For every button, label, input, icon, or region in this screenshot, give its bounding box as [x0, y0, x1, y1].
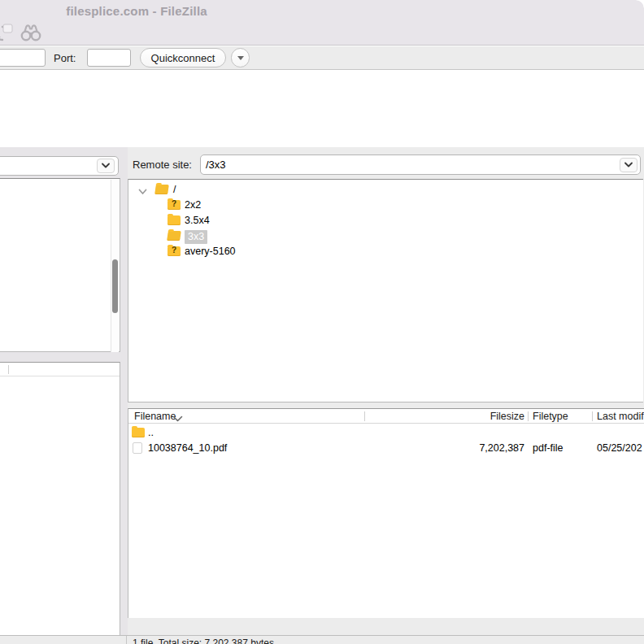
- chevron-down-icon[interactable]: [97, 159, 115, 173]
- status-bar: 1 file. Total size: 7,202,387 bytes: [0, 635, 644, 644]
- message-log: [0, 70, 644, 147]
- remote-site-label: Remote site:: [133, 159, 192, 171]
- folder-open-icon: [167, 231, 181, 241]
- local-file-list[interactable]: [0, 362, 120, 635]
- dropdown-arrow-icon: [237, 56, 244, 60]
- column-header-last-modified[interactable]: Last modif: [597, 411, 644, 422]
- remote-site-combobox[interactable]: /3x3: [200, 154, 641, 175]
- column-separator[interactable]: [592, 411, 593, 421]
- tree-item-label: /: [173, 184, 176, 195]
- port-input[interactable]: [87, 49, 131, 67]
- file-type: pdf-file: [533, 442, 564, 454]
- find-files-binoculars-icon[interactable]: [20, 23, 42, 42]
- folder-question-icon: ?: [168, 246, 181, 256]
- tree-item-label: avery-5160: [185, 246, 236, 257]
- tree-item[interactable]: ? 2x2: [128, 198, 643, 213]
- column-header-filetype[interactable]: Filetype: [533, 411, 568, 422]
- local-directory-tree[interactable]: [0, 178, 120, 352]
- quickconnect-dropdown-button[interactable]: [231, 48, 250, 67]
- title-bar[interactable]: filesplice.com - FileZilla: [0, 0, 644, 23]
- remote-directory-tree[interactable]: / ? 2x2 3.5x4 3x3 ? avery-5160: [128, 179, 643, 402]
- file-row[interactable]: 10038764_10.pdf 7,202,387 pdf-file 05/25…: [128, 441, 644, 455]
- main-area: Remote site: /3x3 / ?: [0, 147, 644, 636]
- column-separator[interactable]: [364, 411, 365, 421]
- remote-site-bar: Remote site: /3x3: [128, 154, 644, 176]
- tree-item[interactable]: ? avery-5160: [128, 244, 643, 259]
- tree-item-selected[interactable]: 3x3: [128, 228, 643, 244]
- tree-item-label: 3x3: [185, 230, 207, 244]
- column-header-filename[interactable]: Filename: [134, 411, 176, 422]
- tree-item[interactable]: 3.5x4: [128, 213, 643, 228]
- column-header-filesize[interactable]: Filesize: [437, 411, 524, 422]
- file-name: ..: [148, 427, 154, 438]
- remote-status-text: 1 file. Total size: 7,202,387 bytes: [133, 637, 274, 644]
- tree-item-label: 2x2: [185, 199, 201, 211]
- quickconnect-button[interactable]: Quickconnect: [140, 48, 226, 67]
- folder-open-icon: [154, 185, 169, 194]
- scrollbar-thumb[interactable]: [112, 259, 118, 313]
- host-input[interactable]: [0, 49, 46, 67]
- folder-question-icon: ?: [168, 200, 181, 210]
- remote-site-path: /3x3: [206, 159, 226, 171]
- window-chrome: filesplice.com - FileZilla: [0, 0, 644, 46]
- file-size: 7,202,387: [437, 442, 524, 454]
- folder-icon: [168, 215, 181, 225]
- status-divider: [126, 636, 127, 644]
- chevron-expanded-icon[interactable]: [138, 186, 147, 198]
- tree-item-root[interactable]: /: [128, 182, 643, 198]
- file-name: 10038764_10.pdf: [148, 442, 227, 454]
- tree-item-label: 3.5x4: [185, 215, 210, 226]
- toolbar: [0, 21, 644, 46]
- column-separator[interactable]: [528, 411, 529, 421]
- panel-splitter[interactable]: [122, 147, 128, 636]
- file-last-modified: 05/25/202: [597, 442, 642, 454]
- remote-panel: Remote site: /3x3 / ?: [128, 147, 644, 636]
- remote-file-list[interactable]: Filename Filesize Filetype Last modif ..: [128, 408, 644, 618]
- sort-descending-icon: [172, 413, 183, 424]
- port-label: Port:: [54, 52, 76, 64]
- folder-icon: [132, 428, 145, 437]
- chevron-down-icon[interactable]: [620, 158, 637, 172]
- local-tree-scrollbar[interactable]: [111, 180, 119, 352]
- local-file-list-header[interactable]: [0, 363, 120, 376]
- window-title: filesplice.com - FileZilla: [31, 4, 242, 18]
- local-site-combobox[interactable]: [0, 156, 119, 176]
- file-list-header: Filename Filesize Filetype Last modif: [128, 409, 644, 424]
- file-icon: [133, 442, 142, 454]
- column-separator: [8, 365, 9, 374]
- file-row-parent-dir[interactable]: ..: [128, 425, 644, 440]
- quickconnect-bar: Port: Quickconnect: [0, 46, 644, 70]
- filezilla-window: filesplice.com - FileZilla: [0, 0, 644, 644]
- sync-icon[interactable]: [0, 23, 13, 44]
